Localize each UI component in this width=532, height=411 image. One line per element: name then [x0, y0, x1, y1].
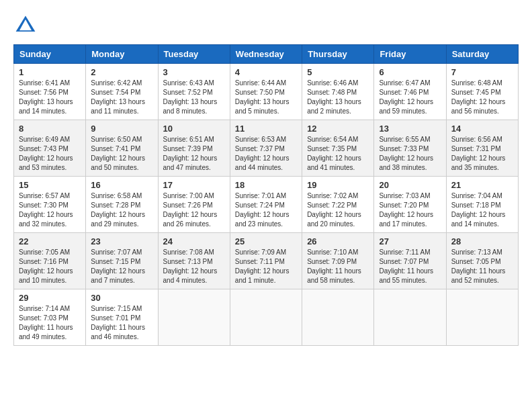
calendar-cell: 13Sunrise: 6:55 AM Sunset: 7:33 PM Dayli… [374, 120, 446, 177]
cell-text: Sunrise: 7:14 AM Sunset: 7:03 PM Dayligh… [19, 304, 81, 342]
cell-text: Sunrise: 6:58 AM Sunset: 7:28 PM Dayligh… [91, 191, 152, 229]
calendar-cell [230, 289, 302, 346]
day-number: 26 [307, 236, 369, 246]
calendar-cell: 20Sunrise: 7:03 AM Sunset: 7:20 PM Dayli… [374, 177, 446, 233]
day-number: 19 [307, 180, 369, 190]
day-number: 15 [19, 180, 81, 190]
cell-text: Sunrise: 7:05 AM Sunset: 7:16 PM Dayligh… [19, 248, 81, 285]
day-header-saturday: Saturday [446, 45, 518, 64]
day-number: 3 [163, 67, 225, 77]
calendar-cell: 10Sunrise: 6:51 AM Sunset: 7:39 PM Dayli… [158, 120, 230, 177]
cell-text: Sunrise: 7:15 AM Sunset: 7:01 PM Dayligh… [91, 304, 152, 342]
day-number: 28 [451, 236, 513, 246]
calendar-cell: 8Sunrise: 6:49 AM Sunset: 7:43 PM Daylig… [14, 120, 86, 177]
day-number: 11 [235, 124, 297, 134]
calendar-cell [446, 289, 518, 346]
day-number: 2 [91, 67, 152, 77]
day-number: 14 [451, 124, 513, 134]
day-number: 9 [91, 124, 152, 134]
cell-text: Sunrise: 7:01 AM Sunset: 7:24 PM Dayligh… [235, 191, 297, 229]
day-header-wednesday: Wednesday [230, 45, 302, 64]
days-header-row: SundayMondayTuesdayWednesdayThursdayFrid… [14, 45, 519, 64]
day-number: 29 [19, 293, 81, 303]
calendar-cell: 15Sunrise: 6:57 AM Sunset: 7:30 PM Dayli… [14, 177, 86, 233]
day-number: 6 [379, 67, 441, 77]
cell-text: Sunrise: 7:07 AM Sunset: 7:15 PM Dayligh… [91, 248, 152, 285]
logo-icon [13, 13, 38, 38]
calendar-cell: 5Sunrise: 6:46 AM Sunset: 7:48 PM Daylig… [302, 64, 374, 120]
week-row-5: 29Sunrise: 7:14 AM Sunset: 7:03 PM Dayli… [14, 289, 519, 346]
calendar-cell: 26Sunrise: 7:10 AM Sunset: 7:09 PM Dayli… [302, 233, 374, 289]
cell-text: Sunrise: 6:47 AM Sunset: 7:46 PM Dayligh… [379, 79, 441, 116]
cell-text: Sunrise: 6:50 AM Sunset: 7:41 PM Dayligh… [91, 135, 152, 173]
day-number: 10 [163, 124, 225, 134]
cell-text: Sunrise: 7:10 AM Sunset: 7:09 PM Dayligh… [307, 248, 369, 285]
cell-text: Sunrise: 6:48 AM Sunset: 7:45 PM Dayligh… [451, 79, 513, 116]
calendar-cell: 1Sunrise: 6:41 AM Sunset: 7:56 PM Daylig… [14, 64, 86, 120]
day-number: 22 [19, 236, 81, 246]
day-number: 20 [379, 180, 441, 190]
calendar-cell: 14Sunrise: 6:56 AM Sunset: 7:31 PM Dayli… [446, 120, 518, 177]
cell-text: Sunrise: 6:42 AM Sunset: 7:54 PM Dayligh… [91, 79, 152, 116]
calendar-cell [158, 289, 230, 346]
calendar-cell [302, 289, 374, 346]
cell-text: Sunrise: 6:54 AM Sunset: 7:35 PM Dayligh… [307, 135, 369, 173]
calendar-cell: 29Sunrise: 7:14 AM Sunset: 7:03 PM Dayli… [14, 289, 86, 346]
calendar-cell: 24Sunrise: 7:08 AM Sunset: 7:13 PM Dayli… [158, 233, 230, 289]
cell-text: Sunrise: 7:04 AM Sunset: 7:18 PM Dayligh… [451, 191, 513, 229]
cell-text: Sunrise: 7:00 AM Sunset: 7:26 PM Dayligh… [163, 191, 225, 229]
cell-text: Sunrise: 6:44 AM Sunset: 7:50 PM Dayligh… [235, 79, 297, 116]
day-number: 12 [307, 124, 369, 134]
day-number: 24 [163, 236, 225, 246]
calendar-cell: 21Sunrise: 7:04 AM Sunset: 7:18 PM Dayli… [446, 177, 518, 233]
calendar-cell: 22Sunrise: 7:05 AM Sunset: 7:16 PM Dayli… [14, 233, 86, 289]
day-number: 17 [163, 180, 225, 190]
calendar-cell: 4Sunrise: 6:44 AM Sunset: 7:50 PM Daylig… [230, 64, 302, 120]
cell-text: Sunrise: 7:08 AM Sunset: 7:13 PM Dayligh… [163, 248, 225, 285]
day-number: 18 [235, 180, 297, 190]
cell-text: Sunrise: 6:51 AM Sunset: 7:39 PM Dayligh… [163, 135, 225, 173]
day-number: 21 [451, 180, 513, 190]
cell-text: Sunrise: 6:53 AM Sunset: 7:37 PM Dayligh… [235, 135, 297, 173]
cell-text: Sunrise: 7:03 AM Sunset: 7:20 PM Dayligh… [379, 191, 441, 229]
calendar-cell: 7Sunrise: 6:48 AM Sunset: 7:45 PM Daylig… [446, 64, 518, 120]
day-number: 27 [379, 236, 441, 246]
day-number: 16 [91, 180, 152, 190]
calendar-cell: 3Sunrise: 6:43 AM Sunset: 7:52 PM Daylig… [158, 64, 230, 120]
calendar-cell: 17Sunrise: 7:00 AM Sunset: 7:26 PM Dayli… [158, 177, 230, 233]
calendar: SundayMondayTuesdayWednesdayThursdayFrid… [13, 44, 519, 346]
logo [13, 13, 40, 38]
calendar-cell: 6Sunrise: 6:47 AM Sunset: 7:46 PM Daylig… [374, 64, 446, 120]
day-number: 1 [19, 67, 81, 77]
calendar-cell: 23Sunrise: 7:07 AM Sunset: 7:15 PM Dayli… [86, 233, 158, 289]
day-number: 7 [451, 67, 513, 77]
day-number: 23 [91, 236, 152, 246]
cell-text: Sunrise: 6:57 AM Sunset: 7:30 PM Dayligh… [19, 191, 81, 229]
day-number: 8 [19, 124, 81, 134]
cell-text: Sunrise: 7:09 AM Sunset: 7:11 PM Dayligh… [235, 248, 297, 285]
day-header-sunday: Sunday [14, 45, 86, 64]
day-number: 30 [91, 293, 152, 303]
cell-text: Sunrise: 6:41 AM Sunset: 7:56 PM Dayligh… [19, 79, 81, 116]
cell-text: Sunrise: 6:49 AM Sunset: 7:43 PM Dayligh… [19, 135, 81, 173]
calendar-cell: 27Sunrise: 7:11 AM Sunset: 7:07 PM Dayli… [374, 233, 446, 289]
day-number: 5 [307, 67, 369, 77]
calendar-cell: 25Sunrise: 7:09 AM Sunset: 7:11 PM Dayli… [230, 233, 302, 289]
cell-text: Sunrise: 6:46 AM Sunset: 7:48 PM Dayligh… [307, 79, 369, 116]
day-number: 4 [235, 67, 297, 77]
calendar-cell: 9Sunrise: 6:50 AM Sunset: 7:41 PM Daylig… [86, 120, 158, 177]
day-number: 25 [235, 236, 297, 246]
week-row-1: 1Sunrise: 6:41 AM Sunset: 7:56 PM Daylig… [14, 64, 519, 120]
calendar-cell: 11Sunrise: 6:53 AM Sunset: 7:37 PM Dayli… [230, 120, 302, 177]
header [13, 13, 519, 38]
cell-text: Sunrise: 6:56 AM Sunset: 7:31 PM Dayligh… [451, 135, 513, 173]
calendar-cell: 28Sunrise: 7:13 AM Sunset: 7:05 PM Dayli… [446, 233, 518, 289]
cell-text: Sunrise: 6:43 AM Sunset: 7:52 PM Dayligh… [163, 79, 225, 116]
cell-text: Sunrise: 7:11 AM Sunset: 7:07 PM Dayligh… [379, 248, 441, 285]
day-number: 13 [379, 124, 441, 134]
calendar-cell: 18Sunrise: 7:01 AM Sunset: 7:24 PM Dayli… [230, 177, 302, 233]
calendar-cell [374, 289, 446, 346]
calendar-cell: 30Sunrise: 7:15 AM Sunset: 7:01 PM Dayli… [86, 289, 158, 346]
calendar-cell: 19Sunrise: 7:02 AM Sunset: 7:22 PM Dayli… [302, 177, 374, 233]
cell-text: Sunrise: 7:02 AM Sunset: 7:22 PM Dayligh… [307, 191, 369, 229]
